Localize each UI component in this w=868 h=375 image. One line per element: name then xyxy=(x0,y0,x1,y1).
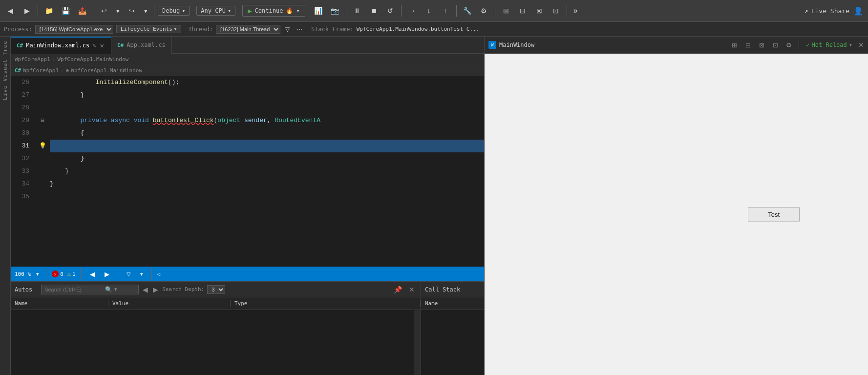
autos-search-input[interactable] xyxy=(44,287,103,292)
undo-icon: ↩ xyxy=(100,6,108,15)
stop-button[interactable]: ⏹ xyxy=(366,4,381,17)
fold-icon-29[interactable]: ⊟ xyxy=(41,114,44,127)
pause-button[interactable]: ⏸ xyxy=(350,4,364,17)
publish-button[interactable]: 📤 xyxy=(75,4,89,17)
wpf-title-bar: W MainWindow ⊞ ⊟ ⊠ ⊡ ♻ ✓ Hot Reload ▾ ✕ xyxy=(485,37,868,54)
window1-icon: ⊞ xyxy=(502,6,510,15)
nav-back-button[interactable]: ◀ xyxy=(87,269,98,280)
test-button[interactable]: Test xyxy=(748,208,800,222)
redo-button[interactable]: ↪ xyxy=(125,4,139,17)
lightbulb-icon-31[interactable]: 💡 xyxy=(39,140,46,152)
wpf-tool2-button[interactable]: ⊟ xyxy=(742,39,754,51)
status-sep4 xyxy=(151,268,152,280)
process-select[interactable]: [14156] WpfCoreApp1.exe xyxy=(35,25,113,34)
line-33: 33 xyxy=(15,165,29,178)
window2-button[interactable]: ⊟ xyxy=(515,4,530,17)
autos-panel-header: Autos 🔍 ▾ ◀ ▶ Search Depth: 3 xyxy=(11,282,421,297)
search-dropdown-btn[interactable]: ▾ xyxy=(114,286,117,292)
call-stack-rows xyxy=(421,310,484,375)
error-icon: ✕ xyxy=(52,271,59,277)
panel-close-button[interactable]: ✕ xyxy=(407,285,417,294)
hot-reload-button[interactable]: ✓ Hot Reload ▾ xyxy=(803,41,855,49)
search-back-button[interactable]: ◀ xyxy=(142,285,149,294)
window4-icon: ⊡ xyxy=(551,6,560,15)
window3-button[interactable]: ⊠ xyxy=(532,4,547,17)
restart-button[interactable]: ↺ xyxy=(383,4,398,17)
cpu-dropdown[interactable]: Any CPU ▾ xyxy=(196,6,235,16)
gutter-27 xyxy=(35,89,50,102)
wpf-close-button[interactable]: ✕ xyxy=(858,41,864,49)
autos-table-header: Name Value Type xyxy=(11,297,421,310)
more-debug-button[interactable]: ⚙ xyxy=(477,4,491,17)
continue-button[interactable]: ▶ Continue 🔥 ▾ xyxy=(242,5,305,17)
breadcrumb-project[interactable]: WpfCoreApp1 xyxy=(15,56,50,62)
lifecycle-button[interactable]: Lifecycle Events ▾ xyxy=(116,25,182,33)
filter2-button[interactable]: ⋯ xyxy=(295,25,304,34)
save-button[interactable]: 💾 xyxy=(58,4,73,17)
step-out-button[interactable]: ↑ xyxy=(438,4,453,17)
user-account-button[interactable]: 👤 xyxy=(851,4,865,18)
sep7 xyxy=(495,5,495,17)
warning-indicator[interactable]: ⚠ 1 xyxy=(67,271,76,277)
more-icon: » xyxy=(573,6,578,15)
filter-status-dropdown[interactable]: ▾ xyxy=(137,269,146,279)
tab-mainwindow-xaml-cs[interactable]: C# MainWindow.xaml.cs ✎ ✕ xyxy=(11,37,111,54)
col-value-header: Value xyxy=(108,300,231,307)
undo-button[interactable]: ↩ xyxy=(97,4,111,17)
autos-search-box[interactable]: 🔍 ▾ xyxy=(41,285,139,294)
filter-status-button[interactable]: ▽ xyxy=(124,269,133,279)
wpf-title-label: MainWindow xyxy=(499,42,534,48)
snapshot-button[interactable]: 📷 xyxy=(328,4,342,17)
forward-button[interactable]: ▶ xyxy=(20,4,34,17)
depth-select[interactable]: 3 xyxy=(207,285,225,294)
back-button[interactable]: ◀ xyxy=(3,4,18,17)
search-forward-button[interactable]: ▶ xyxy=(152,285,159,294)
panel-pin-button[interactable]: 📌 xyxy=(392,285,404,294)
open-button[interactable]: 📁 xyxy=(42,4,56,17)
wpf-tool1-button[interactable]: ⊞ xyxy=(728,39,740,51)
tools-button[interactable]: 🔧 xyxy=(460,4,475,17)
chevron-down-icon: ▾ xyxy=(116,7,120,15)
undo-dropdown[interactable]: ▾ xyxy=(113,5,123,17)
wpf-tool5-button[interactable]: ♻ xyxy=(783,39,795,51)
wpf-window-panel: W MainWindow ⊞ ⊟ ⊠ ⊡ ♻ ✓ Hot Reload ▾ ✕ … xyxy=(485,37,868,375)
status-sep3 xyxy=(118,268,118,280)
tab-app-xaml-cs[interactable]: C# App.xaml.cs xyxy=(111,37,172,54)
live-share-button[interactable]: ↗ Live Share xyxy=(804,7,849,15)
left-sidebar: Live Visual Tree xyxy=(0,37,11,375)
window4-button[interactable]: ⊡ xyxy=(549,4,563,17)
window1-button[interactable]: ⊞ xyxy=(499,4,513,17)
col-type-header: Type xyxy=(231,300,421,307)
code-lines[interactable]: InitializeComponent(); } private async v… xyxy=(50,76,484,267)
debug-dropdown[interactable]: Debug ▾ xyxy=(158,6,190,16)
gutter-29[interactable]: ⊟ xyxy=(35,114,50,127)
wpf-tool3-button[interactable]: ⊠ xyxy=(756,39,767,51)
error-indicator[interactable]: ✕ 0 xyxy=(52,271,64,277)
window2-icon: ⊟ xyxy=(518,6,527,15)
status-bar: 100 % ▾ ✕ 0 ⚠ 1 ◀ ▶ ▽ ▾ ◁ xyxy=(11,267,484,281)
breadcrumb-sep-icon: › xyxy=(52,56,56,62)
step-over-button[interactable]: → xyxy=(405,4,420,17)
line-30: 30 xyxy=(15,127,29,140)
play-icon: ▶ xyxy=(248,7,252,15)
redo-dropdown[interactable]: ▾ xyxy=(141,5,150,17)
autos-scrollbar[interactable] xyxy=(414,310,421,375)
filter-button[interactable]: ▽ xyxy=(283,25,292,34)
sep1 xyxy=(38,5,38,17)
zoom-dropdown[interactable]: ▾ xyxy=(35,271,41,278)
diagnostics-button[interactable]: 📊 xyxy=(311,4,326,17)
more-button[interactable]: » xyxy=(571,4,581,17)
tabs-bar: C# MainWindow.xaml.cs ✎ ✕ C# App.xaml.cs xyxy=(11,37,484,54)
nav-forward-button[interactable]: ▶ xyxy=(102,269,112,280)
step-over-icon: → xyxy=(408,6,417,15)
breadcrumb-class[interactable]: WpfCoreApp1.MainWindow xyxy=(57,56,128,62)
breadcrumb-bar: WpfCoreApp1 › WpfCoreApp1.MainWindow xyxy=(11,54,484,65)
wpf-tool4-button[interactable]: ⊡ xyxy=(769,39,781,51)
step-into-button[interactable]: ↓ xyxy=(422,4,436,17)
active-tab-close[interactable]: ✕ xyxy=(99,42,105,49)
stop-icon: ⏹ xyxy=(369,6,378,15)
gutter-34 xyxy=(35,178,50,190)
stack-value-text: WpfCoreApp1.MainWindow.buttonTest_C... xyxy=(357,26,480,32)
wpf-toolbar-icons: ⊞ ⊟ ⊠ ⊡ ♻ ✓ Hot Reload ▾ xyxy=(728,39,855,51)
thread-select[interactable]: [16232] Main Thread xyxy=(216,25,280,34)
